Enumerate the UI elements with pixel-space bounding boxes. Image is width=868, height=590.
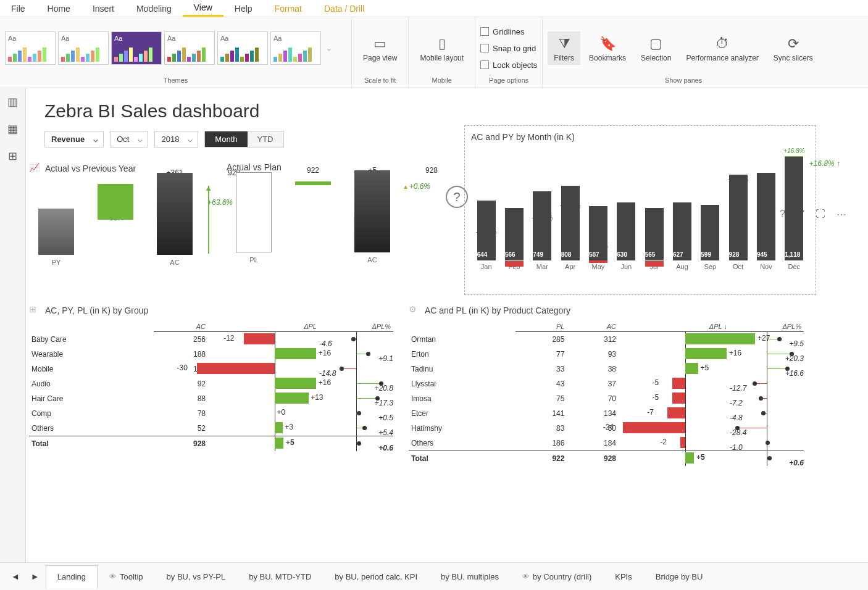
page-tab-5[interactable]: by BU, multiples	[429, 565, 511, 588]
page-tab-3[interactable]: by BU, MTD-YTD	[237, 565, 323, 588]
table-row[interactable]: Hatimshy8360-24-28.4	[409, 421, 804, 436]
filter-icon: ⧩	[554, 34, 574, 54]
theme-0[interactable]: Aa	[5, 31, 56, 65]
theme-dropdown[interactable]: ⌵	[323, 45, 335, 52]
menu-format[interactable]: Format	[264, 1, 313, 16]
table-row[interactable]: Audio92+16+20.8	[29, 376, 393, 391]
table-row[interactable]: Erton7793+16+20.3	[409, 347, 804, 362]
model-view-icon[interactable]: ⊞	[6, 149, 20, 164]
menu-home[interactable]: Home	[36, 1, 81, 16]
month-bar-aug[interactable]: -4.4%627Aug	[669, 202, 695, 270]
hidden-icon: 👁	[522, 573, 529, 580]
by-product-visual[interactable]: ⚙AC and PL (in K) by Product Category PL…	[409, 304, 804, 466]
menu-view[interactable]: View	[183, 0, 223, 17]
table-row[interactable]: Wearable188+16+9.1	[29, 347, 393, 362]
page-tabs: ◄ ► Landing👁Tooltipby BU, vs PY-PLby BU,…	[0, 562, 868, 590]
month-bar-nov[interactable]: +6.2%945Nov	[753, 173, 778, 270]
table-row[interactable]: Ormtan285312+27+9.5	[409, 332, 804, 347]
table-row[interactable]: Comp78+0+0.5	[29, 406, 393, 421]
period-toggle: Month YTD	[204, 131, 283, 148]
month-dropdown[interactable]: Oct	[110, 131, 148, 148]
month-bar-oct[interactable]: +63.6%928Oct	[725, 175, 751, 270]
mobile-layout-button[interactable]: ▯ Mobile layout	[414, 31, 470, 65]
table-row[interactable]: Others186184-2-1.0	[409, 436, 804, 451]
stopwatch-icon: ⏱	[712, 34, 732, 54]
table-row[interactable]: Others52+3+5.4	[29, 421, 393, 436]
theme-1[interactable]: Aa	[58, 31, 109, 65]
year-dropdown[interactable]: 2018	[154, 131, 198, 148]
page-tab-4[interactable]: by BU, period calc, KPI	[323, 565, 429, 588]
report-view-icon[interactable]: ▥	[6, 94, 20, 109]
table-row[interactable]: Hair Care88+13+17.3	[29, 391, 393, 406]
table-row[interactable]: Etcer141134-7-4.8	[409, 406, 804, 421]
month-bar-jan[interactable]: +40.3%644Jan	[474, 201, 499, 270]
performance-button[interactable]: ⏱Performance analyzer	[680, 31, 764, 65]
table-row[interactable]: Imosa7570-5-7.2	[409, 391, 804, 406]
themes-label: Themes	[5, 75, 346, 84]
month-bar-sep[interactable]: -3.5%599Sep	[698, 205, 723, 270]
theme-3[interactable]: Aa	[164, 31, 215, 65]
ribbon: AaAaAaAaAaAa⌵ Themes ▭ Page view Scale t…	[0, 17, 868, 88]
sync-slicers-button[interactable]: ⟳Sync slicers	[767, 31, 819, 65]
menu-datadrill[interactable]: Data / Drill	[313, 1, 375, 16]
snap-check[interactable]: Snap to grid	[480, 41, 536, 56]
table-row[interactable]: Tadinu3338+5+16.6	[409, 362, 804, 376]
page-tab-7[interactable]: KPIs	[603, 565, 643, 588]
page-tab-8[interactable]: Bridge by BU	[644, 565, 715, 588]
selection-button[interactable]: ▢Selection	[635, 31, 677, 65]
menu-help[interactable]: Help	[223, 1, 264, 16]
page-view-button[interactable]: ▭ Page view	[357, 31, 403, 65]
table-row[interactable]: Llysstai4337-5-12.7	[409, 376, 804, 391]
data-view-icon[interactable]: ▦	[6, 122, 20, 136]
theme-2[interactable]: Aa	[111, 31, 162, 65]
toggle-ytd[interactable]: YTD	[248, 131, 283, 147]
filters-button[interactable]: ⧩Filters	[548, 31, 580, 65]
bookmarks-button[interactable]: 🔖Bookmarks	[583, 31, 632, 65]
gear-icon: ⚙	[409, 304, 421, 317]
page-view-icon: ▭	[370, 34, 390, 54]
toggle-month[interactable]: Month	[205, 131, 247, 147]
tab-prev[interactable]: ◄	[6, 571, 25, 581]
monthly-chart-visual[interactable]: AC and PY by Month (in K) +16.8% ↑ +40.3…	[464, 125, 816, 295]
by-group-visual[interactable]: ⊞AC, PY, PL (in K) by Group ACΔPLΔPL%Bab…	[29, 304, 393, 451]
month-bar-apr[interactable]: +23.0%808Apr	[557, 186, 583, 270]
hidden-icon: 👁	[109, 573, 116, 580]
left-rail: ▥ ▦ ⊞	[0, 88, 26, 562]
month-bar-feb[interactable]: -8.8%566Feb	[501, 208, 527, 270]
menu-insert[interactable]: Insert	[81, 1, 125, 16]
report-canvas: Zebra BI Sales dashboard ? Revenue Oct 2…	[26, 88, 868, 562]
menu-file[interactable]: File	[0, 1, 36, 16]
theme-5[interactable]: Aa	[270, 31, 321, 65]
actual-vs-py-visual[interactable]: 📈Actual vs Previous Year 567 PY +361 928…	[29, 162, 202, 266]
more-icon[interactable]: ⋯	[837, 209, 846, 220]
bookmark-icon: 🔖	[598, 34, 617, 54]
focus-icon[interactable]: ⛶	[816, 209, 825, 220]
tab-next[interactable]: ►	[26, 571, 44, 581]
table-row[interactable]: Mobile173-30-14.8	[29, 362, 393, 376]
theme-4[interactable]: Aa	[217, 31, 268, 65]
month-bar-dec[interactable]: +16.8%1,118Dec	[782, 157, 807, 270]
menu-bar: FileHomeInsertModelingViewHelpFormatData…	[0, 0, 868, 17]
page-title: Zebra BI Sales dashboard	[44, 101, 849, 122]
sync-icon: ⟳	[783, 34, 803, 54]
page-tab-6[interactable]: 👁by Country (drill)	[511, 565, 603, 588]
table-row[interactable]: Baby Care256-12-4.6	[29, 332, 393, 347]
hierarchy-icon: ⊞	[29, 304, 41, 317]
month-bar-jun[interactable]: -3.9%630Jun	[614, 202, 639, 271]
mobile-icon: ▯	[432, 34, 452, 54]
measure-dropdown[interactable]: Revenue	[44, 131, 104, 148]
page-tab-0[interactable]: Landing	[46, 565, 98, 588]
month-bar-jul[interactable]: -9.9%565Jul	[641, 208, 667, 270]
page-tab-2[interactable]: by BU, vs PY-PL	[155, 565, 238, 588]
lock-check[interactable]: Lock objects	[480, 58, 537, 72]
page-tab-1[interactable]: 👁Tooltip	[98, 565, 155, 588]
month-bar-mar[interactable]: +18.8%749Mar	[530, 191, 555, 270]
month-bar-may[interactable]: -22.9%587May	[585, 206, 611, 270]
actual-vs-plan-visual[interactable]: Actual vs Plan 922 PL +5 928 AC +0.6% ▲	[227, 162, 399, 264]
gridlines-check[interactable]: Gridlines	[480, 25, 524, 39]
menu-modeling[interactable]: Modeling	[125, 1, 183, 16]
selection-icon: ▢	[646, 34, 666, 54]
